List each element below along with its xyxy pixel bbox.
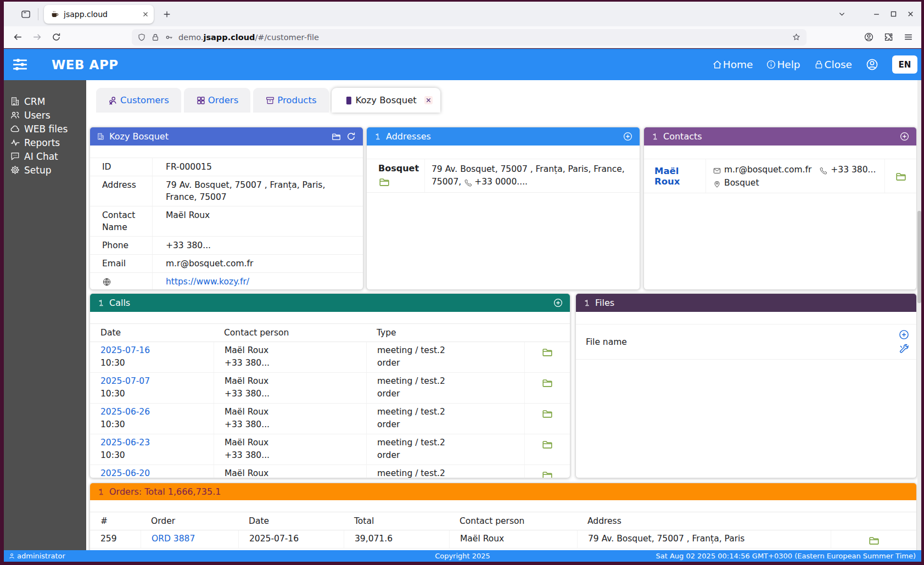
addresses-card-title: Addresses: [386, 131, 431, 142]
contacts-card: Contacts Maël Roux m.r@bosquet.com.fr+33…: [643, 127, 917, 290]
folder-icon[interactable]: [541, 438, 553, 450]
browser-tab-title: jsapp.cloud: [64, 10, 137, 19]
call-date-link[interactable]: 2025-06-26: [100, 406, 211, 418]
sidebar-item-web-files[interactable]: WEB files: [4, 122, 86, 136]
call-date-link[interactable]: 2025-07-16: [100, 344, 211, 357]
add-contact-icon[interactable]: [899, 131, 910, 142]
sidebar-item-label: WEB files: [24, 124, 68, 135]
titlebar-separator: [38, 8, 38, 20]
call-row: 2025-07-0710:30 Maël Roux+33 380... meet…: [90, 373, 570, 404]
call-row: 2025-07-1610:30 Maël Roux+33 380... meet…: [90, 342, 570, 373]
tab-label: Products: [277, 95, 316, 105]
orders-table-header: # Order Date Total Contact person Addres…: [90, 512, 916, 530]
website-link[interactable]: https://www.kozy.fr/: [166, 277, 249, 287]
folder-icon[interactable]: [541, 407, 553, 419]
add-address-icon[interactable]: [623, 131, 633, 142]
sidebar-toggle-icon[interactable]: [11, 55, 29, 74]
lock-icon: [814, 59, 824, 70]
add-call-icon[interactable]: [553, 298, 563, 308]
contact-row: Maël Roux m.r@bosquet.com.fr+33 380... B…: [644, 159, 916, 193]
browser-tab[interactable]: jsapp.cloud: [44, 5, 154, 24]
milestone-icon: [583, 299, 591, 307]
sidebar-item-crm[interactable]: CRM: [4, 94, 86, 108]
language-button[interactable]: EN: [892, 55, 917, 74]
tab-products[interactable]: Products: [253, 88, 328, 113]
sidebar-item-ai-chat[interactable]: AI Chat: [4, 149, 86, 163]
add-file-icon[interactable]: [898, 329, 910, 340]
sidebar-item-label: CRM: [24, 96, 45, 107]
url-bar[interactable]: demo.jsapp.cloud/#/customer-file: [132, 29, 807, 46]
column-header-num: #: [90, 516, 141, 526]
milestone-icon: [373, 132, 382, 141]
back-icon[interactable]: [13, 32, 23, 42]
customer-badge-icon: [108, 96, 118, 105]
addresses-card: Addresses Bosquet 79 Av. Bosquet, 75007 …: [366, 127, 640, 290]
column-header-type: Type: [366, 328, 524, 338]
call-date-link[interactable]: 2025-07-07: [100, 375, 211, 388]
tools-icon[interactable]: [898, 344, 910, 355]
folder-icon[interactable]: [541, 346, 553, 358]
folder-icon[interactable]: [541, 469, 553, 478]
customer-card-title: Kozy Bosquet: [109, 131, 169, 142]
tab-close-icon[interactable]: [142, 10, 149, 18]
folder-icon[interactable]: [541, 377, 553, 389]
call-date-link[interactable]: 2025-06-20: [100, 467, 211, 478]
tab-list-chevron-icon[interactable]: [838, 10, 846, 18]
folder-icon[interactable]: [868, 534, 880, 546]
open-folder-icon[interactable]: [331, 131, 341, 142]
cloud-icon: [10, 124, 20, 134]
browser-menu-icon[interactable]: [903, 32, 914, 42]
extensions-puzzle-icon[interactable]: [883, 32, 894, 42]
close-link[interactable]: Close: [814, 59, 852, 70]
password-key-icon[interactable]: [165, 33, 173, 42]
window-close-icon[interactable]: [906, 10, 915, 18]
connection-lock-icon[interactable]: [151, 33, 160, 42]
window-minimize-icon[interactable]: [872, 10, 881, 18]
sidebar-item-users[interactable]: Users: [4, 108, 86, 122]
window-maximize-icon[interactable]: [889, 10, 898, 18]
detail-row-address: Address79 Av. Bosquet, 75007 , Franța, P…: [90, 176, 363, 206]
tab-kozy-bosquet[interactable]: Kozy Bosquet: [332, 88, 440, 113]
navbar-right-icons: [864, 32, 914, 42]
column-header-total: Total: [344, 516, 449, 526]
phone-icon: [464, 178, 473, 187]
column-header-address: Address: [577, 516, 831, 526]
call-date-link[interactable]: 2025-06-23: [100, 437, 211, 449]
page-scrollbar[interactable]: [917, 80, 921, 550]
order-row: 259 ORD 3887 2025-07-16 39,071.6 Maël Ro…: [90, 530, 916, 549]
folder-icon[interactable]: [895, 170, 907, 182]
help-link[interactable]: Help: [766, 59, 800, 70]
sidebar-item-reports[interactable]: Reports: [4, 136, 86, 149]
contact-name-link[interactable]: Maël Roux: [644, 166, 705, 187]
orders-card-header: Orders: Total 1,666,735.1: [90, 483, 916, 500]
refresh-icon[interactable]: [346, 131, 356, 142]
calls-table-header: Date Contact person Type: [90, 323, 570, 342]
tab-label: Customers: [120, 95, 169, 105]
status-datetime: Sat Aug 02 2025 00:14:56 GMT+0300 (Easte…: [656, 552, 916, 560]
bookmark-star-icon[interactable]: [792, 32, 801, 42]
tab-orders[interactable]: Orders: [184, 88, 251, 113]
user-profile-icon[interactable]: [865, 58, 879, 71]
chat-icon: [10, 151, 20, 161]
order-link[interactable]: ORD 3887: [152, 534, 195, 544]
account-icon[interactable]: [864, 32, 874, 42]
mail-icon: [713, 166, 721, 175]
tab-customers[interactable]: Customers: [96, 88, 181, 113]
main-content: Customers Orders Products Kozy Bosquet K…: [86, 80, 917, 550]
home-link[interactable]: Home: [712, 59, 753, 70]
milestone-icon: [651, 132, 659, 141]
firefox-view-icon[interactable]: [20, 9, 31, 20]
app-header: WEB APP Home Help Close EN: [4, 49, 921, 80]
close-tab-icon[interactable]: [424, 96, 433, 104]
column-header-file-name: File name: [586, 337, 627, 347]
new-tab-button[interactable]: [163, 10, 171, 19]
reload-icon[interactable]: [51, 32, 61, 42]
tracking-shield-icon[interactable]: [137, 33, 146, 42]
column-header-contact-person: Contact person: [449, 516, 577, 526]
calls-card-header: Calls: [90, 294, 570, 312]
call-row: 2025-06-2610:30 Maël Roux+33 380... meet…: [90, 404, 570, 434]
scrollbar-thumb[interactable]: [917, 211, 921, 303]
sidebar-item-setup[interactable]: Setup: [4, 163, 86, 177]
forward-icon[interactable]: [32, 32, 42, 42]
folder-icon[interactable]: [378, 176, 390, 188]
